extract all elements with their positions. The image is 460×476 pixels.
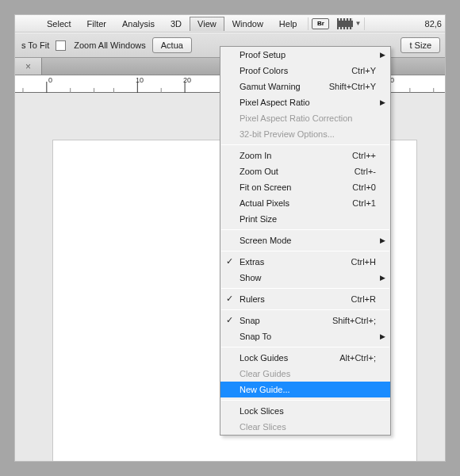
menu-item-rulers[interactable]: ✓RulersCtrl+R <box>220 291 390 307</box>
menu-item-snap-to[interactable]: Snap To▶ <box>220 328 390 344</box>
menu-select[interactable]: Select <box>39 17 79 31</box>
menu-item-show[interactable]: Show▶ <box>220 270 390 286</box>
submenu-arrow-icon: ▶ <box>380 51 385 59</box>
print-size-button-truncated[interactable]: t Size <box>401 37 440 53</box>
menu-item-label: Clear Guides <box>240 369 376 378</box>
menu-3d[interactable]: 3D <box>163 17 190 31</box>
menu-item-zoom-in[interactable]: Zoom InCtrl++ <box>220 148 390 163</box>
menu-item-label: Proof Setup <box>240 50 376 60</box>
menu-item-shortcut: Ctrl+H <box>351 257 376 267</box>
zoom-all-windows-checkbox[interactable] <box>56 40 66 51</box>
menu-item-shortcut: Ctrl+R <box>351 294 376 304</box>
menu-item-label: Show <box>240 273 376 282</box>
menu-item-label: Pixel Aspect Ratio <box>240 98 376 107</box>
menu-window[interactable]: Window <box>224 17 271 31</box>
menu-item-label: 32-bit Preview Options... <box>240 129 376 139</box>
menu-item-extras[interactable]: ✓ExtrasCtrl+H <box>220 254 390 270</box>
menu-item-label: New Guide... <box>240 385 376 394</box>
menu-item-label: Extras <box>240 257 351 267</box>
menu-item-pixel-aspect-ratio[interactable]: Pixel Aspect Ratio▶ <box>220 94 390 110</box>
check-icon: ✓ <box>226 294 233 304</box>
ruler-mark: 20 <box>183 76 191 84</box>
menu-separator <box>221 251 389 251</box>
menu-analysis[interactable]: Analysis <box>114 17 163 31</box>
submenu-arrow-icon: ▶ <box>380 332 385 340</box>
menu-view[interactable]: View <box>190 17 224 31</box>
menu-item-shortcut: Ctrl+1 <box>352 198 376 208</box>
menu-separator <box>221 144 389 145</box>
menu-item-label: Actual Pixels <box>240 198 352 208</box>
menu-item-label: Lock Slices <box>240 406 376 416</box>
submenu-arrow-icon: ▶ <box>380 236 385 244</box>
menu-item-label: Snap <box>240 316 332 325</box>
menu-item-label: Pixel Aspect Ratio Correction <box>240 113 376 123</box>
menu-item-32-bit-preview-options: 32-bit Preview Options... <box>220 126 390 142</box>
menu-item-snap[interactable]: ✓SnapShift+Ctrl+; <box>220 313 390 328</box>
menu-filter[interactable]: Filter <box>79 17 114 31</box>
menu-separator <box>221 347 389 347</box>
menu-item-shortcut: Shift+Ctrl+; <box>332 316 376 325</box>
menu-item-fit-on-screen[interactable]: Fit on ScreenCtrl+0 <box>220 179 390 195</box>
menu-separator <box>221 288 389 289</box>
ruler-mark: 0 <box>48 76 52 84</box>
menu-separator <box>221 400 389 401</box>
menu-separator <box>221 309 389 310</box>
submenu-arrow-icon: ▶ <box>380 98 385 106</box>
menu-item-lock-slices[interactable]: Lock Slices <box>220 403 390 419</box>
menu-item-lock-guides[interactable]: Lock GuidesAlt+Ctrl+; <box>220 350 390 366</box>
menu-item-clear-slices: Clear Slices <box>220 419 390 435</box>
menu-item-proof-colors[interactable]: Proof ColorsCtrl+Y <box>220 63 390 79</box>
menu-item-shortcut: Ctrl+Y <box>351 66 376 75</box>
menu-item-actual-pixels[interactable]: Actual PixelsCtrl+1 <box>220 195 390 211</box>
zoom-value[interactable]: 82,6 <box>425 19 442 29</box>
menu-item-label: Zoom In <box>240 151 352 160</box>
actual-pixels-button-truncated[interactable]: Actua <box>152 37 192 53</box>
check-icon: ✓ <box>226 315 233 325</box>
ruler-mark: 10 <box>136 76 144 84</box>
menu-item-label: Fit on Screen <box>240 182 352 192</box>
bridge-icon[interactable]: Br <box>312 18 329 29</box>
document-tab-close[interactable]: × <box>15 58 42 75</box>
menu-separator <box>221 229 389 230</box>
menu-item-label: Proof Colors <box>240 66 351 75</box>
menu-item-shortcut: Shift+Ctrl+Y <box>329 82 376 91</box>
menu-item-label: Lock Guides <box>240 353 339 363</box>
film-icon[interactable] <box>337 18 353 29</box>
menu-help[interactable]: Help <box>271 17 305 31</box>
menu-item-label: Rulers <box>240 294 351 304</box>
menu-item-label: Screen Mode <box>240 236 376 245</box>
submenu-arrow-icon: ▶ <box>380 274 385 282</box>
menu-item-label: Snap To <box>240 332 376 341</box>
menu-item-shortcut: Ctrl+- <box>355 167 376 176</box>
menu-item-label: Clear Slices <box>240 422 376 432</box>
menubar-separator <box>364 17 365 30</box>
menubar: Select Filter Analysis 3D View Window He… <box>15 15 445 33</box>
menubar-separator <box>308 17 309 30</box>
menu-item-proof-setup[interactable]: Proof Setup▶ <box>220 47 390 63</box>
menu-item-shortcut: Alt+Ctrl+; <box>339 353 376 363</box>
menu-item-pixel-aspect-ratio-correction: Pixel Aspect Ratio Correction <box>220 110 390 126</box>
menu-item-print-size[interactable]: Print Size <box>220 211 390 227</box>
check-icon: ✓ <box>226 256 233 267</box>
menubar-right: 82,6 <box>425 19 445 29</box>
chevron-down-icon[interactable]: ▼ <box>355 20 361 27</box>
menu-item-zoom-out[interactable]: Zoom OutCtrl+- <box>220 163 390 179</box>
opt-left-truncated: s To Fit <box>20 40 49 50</box>
menu-item-shortcut: Ctrl+0 <box>352 182 376 192</box>
app-frame: Select Filter Analysis 3D View Window He… <box>14 14 446 462</box>
menu-item-gamut-warning[interactable]: Gamut WarningShift+Ctrl+Y <box>220 79 390 94</box>
menu-item-screen-mode[interactable]: Screen Mode▶ <box>220 232 390 248</box>
menu-item-label: Zoom Out <box>240 167 355 176</box>
menu-item-clear-guides: Clear Guides <box>220 366 390 382</box>
menu-item-label: Gamut Warning <box>240 82 329 91</box>
view-menu-dropdown: Proof Setup▶Proof ColorsCtrl+YGamut Warn… <box>220 46 391 436</box>
menu-item-shortcut: Ctrl++ <box>352 151 376 160</box>
menu-item-new-guide[interactable]: New Guide... <box>220 382 390 397</box>
zoom-all-windows-label: Zoom All Windows <box>72 40 145 50</box>
menu-item-label: Print Size <box>240 214 376 224</box>
